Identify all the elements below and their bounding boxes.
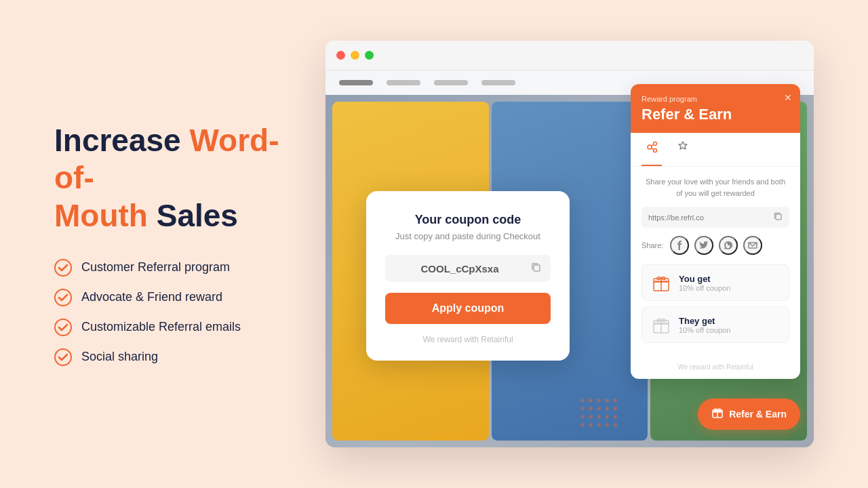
apply-coupon-button[interactable]: Apply coupon <box>385 293 551 324</box>
browser-dot-yellow[interactable] <box>351 51 359 60</box>
svg-point-5 <box>648 145 652 149</box>
copy-link-button[interactable] <box>773 211 783 223</box>
feature-label-2: Advocate & Friend reward <box>81 290 222 304</box>
they-get-reward-card: They get 10% off coupon <box>642 306 789 343</box>
right-section: Your coupon code Just copy and paste dur… <box>326 0 868 488</box>
coupon-modal-subtitle: Just copy and paste during Checkout <box>385 231 551 241</box>
feature-item-4: Social sharing <box>54 348 285 366</box>
refer-tab-share[interactable] <box>642 133 662 166</box>
refer-header-label: Reward program <box>642 95 789 103</box>
feature-list: Customer Referral program Advocate & Fri… <box>54 259 285 366</box>
svg-point-2 <box>55 319 71 336</box>
you-get-reward-card: You get 10% off coupon <box>642 264 789 301</box>
feature-label-4: Social sharing <box>81 350 158 364</box>
svg-point-7 <box>654 149 657 152</box>
svg-point-1 <box>55 289 71 306</box>
rewards-tab-icon <box>675 144 690 157</box>
refer-header-title: Refer & Earn <box>642 106 789 123</box>
coupon-modal-title: Your coupon code <box>385 213 551 227</box>
share-row: Share: <box>642 236 789 255</box>
browser-content: Your coupon code Just copy and paste dur… <box>326 70 814 447</box>
refer-panel: Reward program Refer & Earn ✕ <box>631 84 800 379</box>
they-get-info: They get 10% off coupon <box>679 316 730 334</box>
coupon-code-row: COOL_cCpXsxa <box>385 255 551 282</box>
refer-body: Share your love with your friends and bo… <box>631 167 800 358</box>
you-get-info: You get 10% off coupon <box>679 274 730 292</box>
headline-text-2: Sales <box>148 198 238 233</box>
browser-window: Your coupon code Just copy and paste dur… <box>326 41 814 447</box>
svg-point-0 <box>55 260 71 276</box>
svg-rect-10 <box>776 214 781 220</box>
refer-footer: We reward with Retainful <box>631 358 800 379</box>
they-get-title: They get <box>679 316 730 326</box>
refer-tabs <box>631 133 800 167</box>
left-section: Increase Word-of-Mouth Sales Customer Re… <box>0 81 326 407</box>
share-whatsapp-button[interactable] <box>719 236 738 255</box>
refer-description: Share your love with your friends and bo… <box>642 176 789 199</box>
main-headline: Increase Word-of-Mouth Sales <box>54 122 285 235</box>
refer-link-text: https://be.refrl.co <box>648 214 769 222</box>
coupon-modal: Your coupon code Just copy and paste dur… <box>366 191 570 361</box>
nav-item-1 <box>339 80 373 85</box>
nav-item-2 <box>387 80 420 85</box>
they-get-sub: 10% off coupon <box>679 326 730 334</box>
svg-rect-4 <box>534 265 540 271</box>
decorative-dots <box>580 399 617 427</box>
browser-chrome <box>326 41 814 70</box>
feature-item-1: Customer Referral program <box>54 259 285 277</box>
share-label: Share: <box>642 241 663 249</box>
check-icon-4 <box>54 348 72 366</box>
share-email-button[interactable] <box>743 236 762 255</box>
nav-item-4 <box>481 80 515 85</box>
browser-dot-red[interactable] <box>336 51 345 60</box>
feature-label-1: Customer Referral program <box>81 260 230 274</box>
gift-icon <box>711 407 724 422</box>
you-get-sub: 10% off coupon <box>679 284 730 292</box>
coupon-powered-by: We reward with Retainful <box>385 335 551 344</box>
svg-line-9 <box>652 148 654 150</box>
nav-item-3 <box>434 80 468 85</box>
copy-coupon-button[interactable] <box>530 262 541 275</box>
feature-label-3: Customizable Referral emails <box>81 320 241 334</box>
feature-item-3: Customizable Referral emails <box>54 319 285 336</box>
svg-point-6 <box>654 142 657 146</box>
refer-earn-float-button[interactable]: Refer & Earn <box>698 399 800 430</box>
feature-item-2: Advocate & Friend reward <box>54 289 285 306</box>
headline-text-1: Increase <box>54 123 189 158</box>
check-icon-2 <box>54 289 72 306</box>
refer-tab-rewards[interactable] <box>673 133 693 166</box>
you-get-icon <box>650 272 672 293</box>
browser-dot-green[interactable] <box>365 51 374 60</box>
refer-link-row: https://be.refrl.co <box>642 207 789 228</box>
check-icon-3 <box>54 319 72 336</box>
check-icon-1 <box>54 259 72 277</box>
share-twitter-button[interactable] <box>694 236 713 255</box>
they-get-icon <box>650 314 672 336</box>
refer-header: Reward program Refer & Earn ✕ <box>631 84 800 133</box>
share-facebook-button[interactable] <box>670 236 689 255</box>
svg-point-3 <box>55 349 71 365</box>
you-get-title: You get <box>679 274 730 284</box>
refer-close-button[interactable]: ✕ <box>784 92 792 103</box>
share-icons <box>670 236 762 255</box>
coupon-code-value: COOL_cCpXsxa <box>395 263 525 274</box>
refer-earn-button-label: Refer & Earn <box>729 409 787 420</box>
share-tab-icon <box>644 144 659 157</box>
svg-line-8 <box>652 144 654 146</box>
